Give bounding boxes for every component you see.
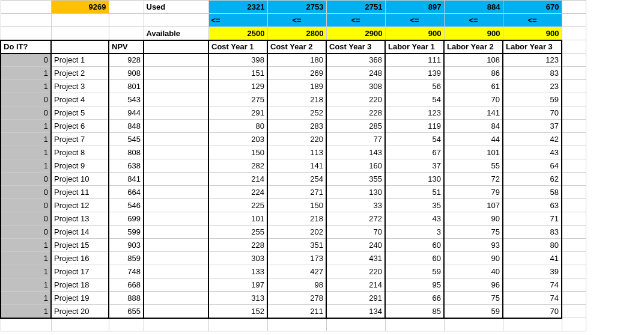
avail-2[interactable]: 2900 (326, 27, 385, 40)
cell[interactable] (562, 278, 586, 292)
col-header-2[interactable]: Cost Year 3 (326, 40, 385, 54)
cell[interactable] (385, 318, 444, 331)
data-value[interactable]: 74 (503, 278, 562, 292)
data-value[interactable]: 43 (385, 212, 444, 226)
do-it-value[interactable]: 1 (1, 252, 51, 265)
data-value[interactable]: 61 (444, 80, 503, 93)
data-value[interactable]: 101 (444, 146, 503, 159)
project-name[interactable]: Project 3 (51, 80, 109, 93)
used-val-1[interactable]: 2753 (267, 1, 326, 14)
project-name[interactable]: Project 5 (51, 106, 109, 120)
used-val-4[interactable]: 884 (444, 1, 503, 14)
cell[interactable] (144, 265, 208, 278)
total-npv[interactable]: 9269 (51, 1, 109, 14)
npv-header[interactable]: NPV (109, 40, 144, 54)
data-value[interactable]: 70 (503, 305, 562, 318)
cell[interactable] (1, 318, 51, 331)
cell[interactable] (144, 120, 208, 133)
data-value[interactable]: 123 (503, 54, 562, 67)
data-value[interactable]: 79 (444, 186, 503, 199)
data-value[interactable]: 83 (503, 67, 562, 80)
do-it-value[interactable]: 1 (1, 159, 51, 173)
cell[interactable] (51, 40, 109, 54)
cell[interactable] (562, 159, 586, 173)
data-value[interactable]: 351 (267, 239, 326, 252)
data-value[interactable]: 64 (503, 159, 562, 173)
project-name[interactable]: Project 18 (51, 278, 109, 292)
do-it-value[interactable]: 0 (1, 54, 51, 67)
project-name[interactable]: Project 14 (51, 226, 109, 239)
data-value[interactable]: 59 (444, 305, 503, 318)
cell[interactable] (562, 186, 586, 199)
data-value[interactable]: 107 (444, 199, 503, 212)
do-it-value[interactable]: 1 (1, 278, 51, 292)
data-value[interactable]: 141 (267, 159, 326, 173)
cell[interactable] (562, 106, 586, 120)
project-name[interactable]: Project 17 (51, 265, 109, 278)
data-value[interactable]: 130 (326, 186, 385, 199)
data-value[interactable]: 108 (444, 54, 503, 67)
cell[interactable] (144, 212, 208, 226)
data-value[interactable]: 54 (385, 93, 444, 106)
npv-value[interactable]: 859 (109, 252, 144, 265)
project-name[interactable]: Project 2 (51, 67, 109, 80)
cell[interactable] (562, 80, 586, 93)
used-val-3[interactable]: 897 (385, 1, 444, 14)
data-value[interactable]: 254 (267, 173, 326, 186)
data-value[interactable]: 160 (326, 159, 385, 173)
data-value[interactable]: 41 (503, 252, 562, 265)
cell[interactable] (1, 27, 51, 40)
cell[interactable] (562, 226, 586, 239)
data-value[interactable]: 113 (267, 146, 326, 159)
lte-3[interactable]: <= (385, 14, 444, 27)
data-value[interactable]: 220 (267, 133, 326, 146)
cell[interactable] (562, 67, 586, 80)
spreadsheet-table[interactable]: 9269 Used 2321 2753 2751 897 884 670 <= … (0, 0, 586, 331)
cell[interactable] (144, 159, 208, 173)
cell[interactable] (267, 318, 326, 331)
cell[interactable] (144, 14, 208, 27)
data-value[interactable]: 40 (444, 265, 503, 278)
data-value[interactable]: 90 (444, 252, 503, 265)
npv-value[interactable]: 543 (109, 93, 144, 106)
data-value[interactable]: 98 (267, 278, 326, 292)
data-value[interactable]: 71 (503, 212, 562, 226)
do-it-value[interactable]: 1 (1, 80, 51, 93)
data-value[interactable]: 248 (326, 67, 385, 80)
cell[interactable] (562, 199, 586, 212)
data-value[interactable]: 214 (326, 278, 385, 292)
cell[interactable] (144, 305, 208, 318)
cell[interactable] (109, 27, 144, 40)
available-label[interactable]: Available (144, 27, 208, 40)
data-value[interactable]: 228 (326, 106, 385, 120)
do-it-value[interactable]: 0 (1, 93, 51, 106)
npv-value[interactable]: 699 (109, 212, 144, 226)
cell[interactable] (562, 265, 586, 278)
npv-value[interactable]: 944 (109, 106, 144, 120)
npv-value[interactable]: 668 (109, 278, 144, 292)
data-value[interactable]: 63 (503, 199, 562, 212)
data-value[interactable]: 75 (444, 292, 503, 305)
data-value[interactable]: 431 (326, 252, 385, 265)
npv-value[interactable]: 888 (109, 292, 144, 305)
data-value[interactable]: 211 (267, 305, 326, 318)
data-value[interactable]: 271 (267, 186, 326, 199)
data-value[interactable]: 255 (208, 226, 267, 239)
cell[interactable] (562, 54, 586, 67)
project-name[interactable]: Project 4 (51, 93, 109, 106)
data-value[interactable]: 60 (385, 252, 444, 265)
data-value[interactable]: 355 (326, 173, 385, 186)
cell[interactable] (562, 133, 586, 146)
col-header-3[interactable]: Labor Year 1 (385, 40, 444, 54)
npv-value[interactable]: 545 (109, 133, 144, 146)
data-value[interactable]: 96 (444, 278, 503, 292)
cell[interactable] (144, 318, 208, 331)
data-value[interactable]: 37 (503, 120, 562, 133)
cell[interactable] (109, 14, 144, 27)
npv-value[interactable]: 664 (109, 186, 144, 199)
project-name[interactable]: Project 8 (51, 146, 109, 159)
project-name[interactable]: Project 7 (51, 133, 109, 146)
data-value[interactable]: 291 (326, 292, 385, 305)
data-value[interactable]: 308 (326, 80, 385, 93)
data-value[interactable]: 66 (385, 292, 444, 305)
